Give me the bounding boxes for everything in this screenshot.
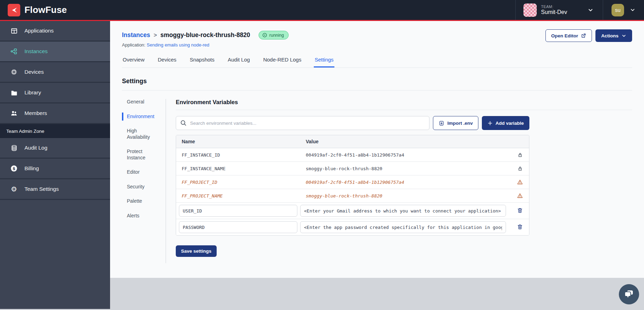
plus-icon [487, 121, 493, 126]
sidebar: Applications Instances Devices Library M… [0, 21, 110, 309]
brand-name: FlowFuse [24, 5, 67, 15]
sidebar-item-label: Members [24, 110, 47, 116]
tab-audit-log[interactable]: Audit Log [227, 55, 251, 67]
instance-name: smoggy-blue-rock-thrush-8820 [160, 31, 250, 39]
lock-icon [511, 152, 529, 158]
chevron-down-icon [621, 33, 627, 38]
settings-nav-high-availability[interactable]: High Availability [127, 128, 159, 140]
save-settings-button[interactable]: Save settings [176, 245, 217, 257]
sidebar-item-billing[interactable]: $ Billing [0, 159, 110, 179]
breadcrumb-instances-link[interactable]: Instances [122, 31, 150, 39]
add-variable-button[interactable]: Add variable [482, 116, 529, 130]
sidebar-item-label: Library [24, 89, 41, 96]
svg-text:$: $ [13, 166, 15, 171]
sidebar-nav: Applications Instances Devices Library M… [0, 21, 110, 124]
env-value: smoggy-blue-rock-thrush-8820 [300, 166, 511, 171]
search-icon [180, 119, 187, 128]
application-line: Application: Sending emails using node-r… [122, 42, 632, 48]
env-section-title: Environment Variables [176, 99, 632, 106]
env-value-input[interactable] [300, 205, 506, 217]
sidebar-item-applications[interactable]: Applications [0, 21, 110, 42]
sidebar-item-instances[interactable]: Instances [0, 42, 110, 62]
env-name-input[interactable] [179, 221, 297, 233]
table-body: FF_INSTANCE_ID 004919af-2cf0-4f51-a8b4-1… [176, 148, 529, 235]
table-row: FF_INSTANCE_ID 004919af-2cf0-4f51-a8b4-1… [176, 148, 529, 162]
document-download-icon [439, 120, 444, 126]
tab-overview[interactable]: Overview [122, 55, 145, 67]
chat-icon [623, 289, 635, 300]
settings-nav-protect-instance[interactable]: Protect Instance [127, 149, 159, 161]
env-name: FF_PROJECT_NAME [176, 193, 300, 199]
settings-subnav: GeneralEnvironmentHigh AvailabilityProte… [122, 99, 166, 263]
sidebar-item-label: Audit Log [24, 145, 48, 151]
chat-widget-button[interactable] [619, 284, 639, 304]
import-env-button[interactable]: Import .env [433, 116, 478, 130]
devices-icon [10, 68, 18, 76]
env-value: smoggy-blue-rock-thrush-8820 [300, 193, 511, 199]
sidebar-admin-nav: Audit Log $ Billing ⚙︎ Team Settings [0, 138, 110, 200]
tab-snapshots[interactable]: Snapshots [189, 55, 215, 67]
sidebar-item-label: Billing [24, 165, 39, 172]
sidebar-item-label: Instances [24, 48, 48, 55]
user-avatar: su [612, 4, 624, 16]
tab-node-red-logs[interactable]: Node-RED Logs [262, 55, 302, 67]
trash-icon [517, 207, 523, 215]
table-row [176, 203, 529, 219]
flowfuse-logo-icon [8, 4, 20, 16]
sidebar-item-members[interactable]: Members [0, 103, 110, 124]
settings-nav-palette[interactable]: Palette [127, 198, 159, 204]
warning-icon [511, 179, 529, 185]
main-content: Instances > smoggy-blue-rock-thrush-8820… [110, 21, 644, 278]
table-row [176, 219, 529, 235]
team-name: Sumit-Dev [541, 9, 567, 15]
table-header: Name Value [176, 135, 529, 148]
trash-icon [517, 224, 523, 231]
chevron-down-icon [630, 7, 636, 13]
env-value-input[interactable] [300, 221, 506, 233]
play-circle-icon [262, 33, 267, 38]
tab-devices[interactable]: Devices [157, 55, 177, 67]
members-icon [10, 109, 18, 117]
search-input[interactable] [176, 116, 429, 130]
sidebar-item-label: Devices [24, 69, 44, 75]
team-selector[interactable]: TEAM: Sumit-Dev [515, 0, 603, 20]
column-header-value: Value [300, 135, 511, 148]
sidebar-item-team-settings[interactable]: ⚙︎ Team Settings [0, 179, 110, 200]
sidebar-item-devices[interactable]: Devices [0, 62, 110, 83]
database-icon [10, 144, 18, 152]
delete-variable-button[interactable] [515, 222, 524, 232]
table-row: FF_PROJECT_ID 004919af-2cf0-4f51-a8b4-1b… [176, 175, 529, 189]
team-admin-zone-label: Team Admin Zone [0, 124, 110, 138]
page-footer [110, 278, 644, 309]
lock-icon [511, 166, 529, 172]
settings-nav-editor[interactable]: Editor [127, 169, 159, 175]
top-navbar: FlowFuse TEAM: Sumit-Dev su [0, 0, 644, 21]
open-editor-button[interactable]: Open Editor [545, 29, 592, 42]
user-menu[interactable]: su [603, 0, 644, 20]
sidebar-item-audit-log[interactable]: Audit Log [0, 138, 110, 159]
breadcrumb-separator: > [154, 32, 157, 38]
settings-nav-security[interactable]: Security [127, 184, 159, 190]
tab-settings[interactable]: Settings [314, 55, 334, 67]
settings-nav-alerts[interactable]: Alerts [127, 213, 159, 219]
env-value: 004919af-2cf0-4f51-a8b4-1b12906757a4 [300, 180, 511, 185]
sidebar-item-label: Team Settings [24, 186, 59, 192]
warning-icon [511, 193, 529, 199]
status-badge: running [259, 31, 289, 39]
actions-button[interactable]: Actions [595, 29, 632, 42]
external-link-icon [581, 33, 586, 38]
settings-nav-general[interactable]: General [127, 99, 159, 105]
brand[interactable]: FlowFuse [0, 4, 67, 16]
env-name-input[interactable] [179, 205, 297, 217]
settings-nav-environment[interactable]: Environment [127, 114, 159, 120]
env-name: FF_INSTANCE_NAME [176, 166, 300, 171]
env-value: 004919af-2cf0-4f51-a8b4-1b12906757a4 [300, 152, 511, 158]
table-row: FF_INSTANCE_NAME smoggy-blue-rock-thrush… [176, 162, 529, 175]
library-icon [10, 89, 18, 96]
sidebar-item-label: Applications [24, 28, 54, 34]
sidebar-item-library[interactable]: Library [0, 83, 110, 103]
applications-icon [10, 27, 18, 35]
application-link[interactable]: Sending emails using node-red [147, 42, 209, 48]
page-title: Settings [122, 78, 632, 85]
delete-variable-button[interactable] [515, 206, 524, 216]
